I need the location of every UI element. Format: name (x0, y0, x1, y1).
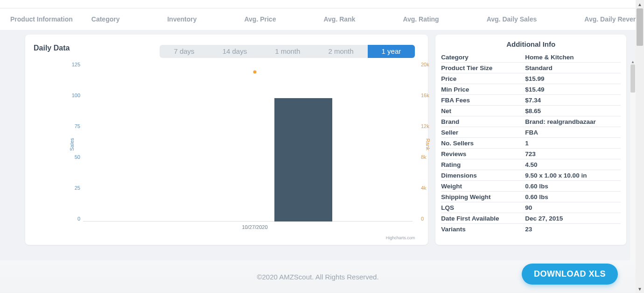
y-right-tick: 12k (421, 123, 429, 129)
y-axis-label-rank: Rank (425, 138, 431, 150)
info-key: Product Tier Size (441, 64, 525, 71)
info-value: 23 (525, 226, 532, 233)
info-value: FBA (525, 129, 538, 136)
info-row: Net$8.65 (441, 106, 621, 116)
info-key: Date First Available (441, 215, 525, 222)
info-value: 4.50 (525, 161, 537, 168)
y-left-tick: 100 (72, 93, 80, 98)
info-row: Product Tier SizeStandard (441, 63, 621, 73)
daily-data-chart-card: Daily Data 7 days 14 days 1 month 2 mont… (25, 35, 428, 245)
info-value: Standard (525, 64, 553, 71)
y-left-tick: 0 (77, 216, 80, 222)
range-1-year[interactable]: 1 year (368, 45, 415, 58)
info-value: Brand: realgrandbazaar (525, 118, 596, 125)
info-key: Rating (441, 161, 525, 168)
scroll-up-icon[interactable]: ▲ (630, 59, 636, 64)
info-key: LQS (441, 204, 525, 211)
info-key: Variants (441, 226, 525, 233)
y-left-tick: 75 (75, 123, 80, 129)
info-value: $7.34 (525, 97, 541, 104)
info-row: Dimensions9.50 x 1.00 x 10.00 in (441, 170, 621, 181)
col-avg-daily-revenue[interactable]: Avg. Daily Revenue (584, 15, 644, 23)
info-value: 0.60 lbs (525, 183, 548, 190)
col-avg-price[interactable]: Avg. Price (244, 15, 276, 23)
additional-info-card: Additional Info CategoryHome & KitchenPr… (435, 35, 626, 245)
chart-point-rank[interactable] (253, 71, 257, 74)
range-2-month[interactable]: 2 month (314, 45, 367, 58)
info-row: SellerFBA (441, 127, 621, 138)
y-left-tick: 25 (75, 185, 80, 191)
inner-scrollbar[interactable]: ▲ ▼ (630, 64, 636, 284)
info-row: CategoryHome & Kitchen (441, 52, 621, 63)
main-scrollbar[interactable]: ▲ ▼ (636, 0, 644, 293)
info-row: No. Sellers1 (441, 138, 621, 149)
info-key: Seller (441, 129, 525, 136)
info-key: Min Price (441, 86, 525, 93)
info-key: Weight (441, 183, 525, 190)
time-range-selector: 7 days 14 days 1 month 2 month 1 year (160, 45, 415, 58)
chart-credit: Highcharts.com (386, 236, 415, 240)
info-value: $15.49 (525, 86, 544, 93)
inner-scroll-thumb[interactable] (630, 64, 635, 93)
main-scroll-thumb[interactable] (637, 8, 643, 46)
info-row: FBA Fees$7.34 (441, 95, 621, 106)
info-value: 1 (525, 140, 529, 147)
y-right-tick: 0 (421, 216, 424, 222)
info-row: Rating4.50 (441, 159, 621, 170)
info-row: BrandBrand: realgrandbazaar (441, 116, 621, 127)
col-avg-daily-sales[interactable]: Avg. Daily Sales (487, 15, 537, 23)
info-row: Variants23 (441, 224, 621, 234)
info-value: $15.99 (525, 75, 544, 82)
info-value: $8.65 (525, 107, 541, 114)
info-row: Shipping Weight0.60 lbs (441, 192, 621, 202)
scroll-down-icon[interactable]: ▼ (636, 285, 644, 293)
col-avg-rating[interactable]: Avg. Rating (403, 15, 439, 23)
info-value: 90 (525, 204, 532, 211)
info-value: 9.50 x 1.00 x 10.00 in (525, 172, 587, 179)
chart-plot-area[interactable]: 0 25 50 75 100 125 0 4k 8k 12k 16k 20k S… (53, 67, 417, 222)
y-axis-label-sales: Sales (69, 138, 75, 151)
range-7-days[interactable]: 7 days (160, 45, 208, 58)
y-left-tick: 125 (72, 62, 80, 67)
scroll-up-icon[interactable]: ▲ (636, 0, 644, 8)
info-row: Weight0.60 lbs (441, 181, 621, 192)
info-key: Net (441, 107, 525, 114)
x-axis-tick-label: 10/27/2020 (242, 224, 267, 230)
info-key: Shipping Weight (441, 193, 525, 200)
info-row: Reviews723 (441, 149, 621, 159)
info-row: LQS90 (441, 202, 621, 213)
info-value: Home & Kitchen (525, 54, 574, 61)
y-left-tick: 50 (75, 154, 80, 160)
column-header-row: Product Information Category Inventory A… (0, 8, 636, 30)
info-key: FBA Fees (441, 97, 525, 104)
col-inventory[interactable]: Inventory (167, 15, 196, 23)
info-key: Brand (441, 118, 525, 125)
x-axis-line (83, 221, 413, 222)
col-category[interactable]: Category (91, 15, 120, 23)
info-key: Price (441, 75, 525, 82)
info-row: Price$15.99 (441, 73, 621, 84)
info-value: 723 (525, 150, 536, 157)
info-key: Dimensions (441, 172, 525, 179)
range-14-days[interactable]: 14 days (209, 45, 261, 58)
info-value: 0.60 lbs (525, 193, 548, 200)
y-right-tick: 8k (421, 154, 427, 160)
col-product-information[interactable]: Product Information (10, 15, 73, 23)
info-title: Additional Info (441, 38, 621, 52)
y-right-tick: 16k (421, 93, 429, 98)
info-row: Min Price$15.49 (441, 84, 621, 95)
info-value: Dec 27, 2015 (525, 215, 563, 222)
window-header-strip (0, 0, 636, 8)
range-1-month[interactable]: 1 month (261, 45, 314, 58)
download-xls-button[interactable]: DOWNLOAD XLS (522, 264, 618, 285)
info-key: Reviews (441, 150, 525, 157)
info-row: Date First AvailableDec 27, 2015 (441, 213, 621, 224)
y-right-tick: 20k (421, 62, 429, 67)
info-key: No. Sellers (441, 140, 525, 147)
chart-bar-sales[interactable] (274, 98, 332, 222)
y-right-tick: 4k (421, 185, 427, 191)
col-avg-rank[interactable]: Avg. Rank (323, 15, 355, 23)
info-key: Category (441, 54, 525, 61)
